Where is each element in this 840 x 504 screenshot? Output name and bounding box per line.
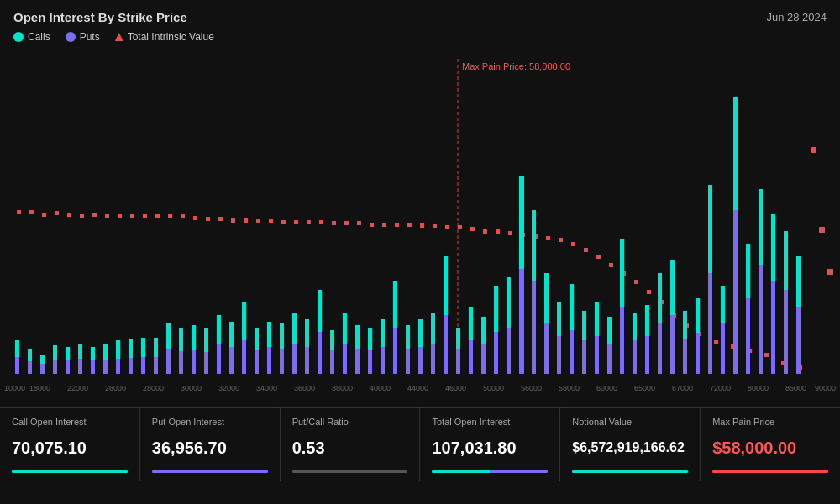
- total-oi-bar: [432, 470, 548, 473]
- svg-rect-151: [544, 323, 549, 374]
- call-oi-bar: [12, 470, 128, 473]
- legend-calls: Calls: [13, 31, 50, 43]
- intrinsic-label: Total Intrinsic Value: [128, 31, 214, 43]
- svg-rect-88: [141, 338, 145, 357]
- svg-rect-185: [759, 265, 763, 374]
- chart-header: Open Interest By Strike Price Jun 28 202…: [0, 0, 840, 29]
- svg-rect-177: [708, 273, 712, 374]
- svg-rect-134: [431, 313, 435, 344]
- svg-rect-30: [357, 221, 361, 225]
- svg-rect-33: [395, 223, 399, 227]
- svg-rect-160: [595, 302, 599, 336]
- svg-rect-157: [582, 340, 586, 374]
- svg-rect-48: [584, 248, 588, 252]
- svg-text:32000: 32000: [218, 384, 239, 392]
- svg-rect-148: [519, 176, 524, 269]
- svg-rect-184: [746, 244, 750, 298]
- svg-rect-155: [570, 330, 574, 374]
- svg-rect-58: [714, 340, 718, 344]
- svg-rect-140: [469, 307, 473, 340]
- svg-rect-87: [141, 357, 145, 374]
- svg-rect-21: [244, 218, 248, 223]
- total-open-interest-item: Total Open Interest 107,031.80: [420, 408, 560, 481]
- svg-rect-89: [154, 357, 158, 374]
- svg-rect-32: [382, 223, 386, 227]
- svg-rect-116: [318, 290, 322, 332]
- svg-rect-94: [179, 328, 183, 351]
- svg-rect-37: [445, 225, 449, 229]
- svg-rect-135: [444, 315, 448, 374]
- svg-rect-46: [559, 238, 563, 242]
- svg-text:30000: 30000: [181, 384, 202, 392]
- svg-rect-65: [819, 227, 825, 233]
- pcr-label: Put/Call Ratio: [292, 417, 408, 427]
- svg-text:65000: 65000: [634, 384, 655, 392]
- put-oi-bar: [152, 470, 268, 473]
- svg-rect-74: [53, 345, 57, 360]
- svg-rect-168: [645, 305, 649, 336]
- svg-rect-16: [181, 214, 185, 218]
- svg-rect-169: [658, 323, 662, 374]
- call-open-interest-item: Call Open Interest 70,075.10: [0, 408, 140, 481]
- svg-rect-91: [166, 349, 171, 374]
- svg-rect-181: [733, 210, 738, 374]
- svg-rect-20: [231, 218, 235, 223]
- svg-rect-95: [192, 350, 196, 374]
- svg-rect-175: [696, 333, 700, 374]
- svg-rect-36: [433, 224, 437, 228]
- svg-rect-6: [55, 211, 59, 215]
- svg-rect-26: [307, 220, 311, 224]
- svg-rect-15: [168, 214, 172, 218]
- svg-rect-173: [683, 339, 687, 374]
- svg-text:46000: 46000: [445, 384, 466, 392]
- svg-text:85000: 85000: [785, 384, 806, 392]
- svg-rect-27: [319, 220, 323, 224]
- svg-rect-180: [721, 286, 725, 323]
- svg-rect-105: [255, 350, 259, 374]
- svg-rect-152: [544, 273, 549, 323]
- svg-rect-154: [557, 302, 561, 336]
- svg-rect-166: [633, 313, 637, 340]
- svg-rect-17: [193, 216, 197, 220]
- puts-dot: [66, 32, 76, 42]
- svg-text:36000: 36000: [294, 384, 315, 392]
- svg-rect-104: [242, 302, 246, 340]
- svg-rect-69: [28, 361, 32, 374]
- svg-text:34000: 34000: [256, 384, 277, 392]
- svg-rect-126: [381, 319, 385, 347]
- legend-puts: Puts: [66, 31, 100, 43]
- svg-rect-109: [280, 349, 284, 374]
- svg-rect-4: [29, 210, 34, 214]
- svg-rect-130: [406, 325, 410, 349]
- svg-text:67000: 67000: [672, 384, 693, 392]
- svg-rect-53: [647, 290, 651, 294]
- svg-rect-119: [343, 344, 347, 374]
- chart-legend: Calls Puts Total Intrinsic Value: [0, 29, 840, 46]
- svg-rect-81: [103, 360, 108, 374]
- notional-label: Notional Value: [572, 417, 688, 427]
- svg-rect-123: [368, 350, 372, 374]
- svg-rect-103: [242, 340, 246, 374]
- call-oi-value: 70,075.10: [12, 438, 128, 458]
- svg-rect-92: [166, 323, 171, 349]
- svg-rect-145: [507, 328, 511, 374]
- footer-stats: Call Open Interest 70,075.10 Put Open In…: [0, 407, 840, 481]
- svg-rect-8: [80, 214, 84, 218]
- svg-rect-38: [458, 225, 462, 229]
- svg-rect-147: [519, 269, 524, 374]
- svg-rect-101: [229, 347, 234, 374]
- svg-rect-11: [118, 214, 122, 218]
- svg-rect-132: [418, 319, 423, 347]
- svg-rect-172: [670, 260, 675, 315]
- svg-rect-188: [771, 214, 775, 281]
- svg-rect-131: [418, 347, 423, 374]
- max-pain-value: $58,000.00: [712, 438, 828, 458]
- svg-rect-13: [143, 214, 147, 218]
- svg-rect-19: [218, 217, 223, 221]
- svg-rect-14: [155, 214, 160, 218]
- svg-rect-142: [481, 317, 486, 344]
- svg-rect-61: [764, 353, 769, 357]
- svg-rect-3: [17, 210, 21, 214]
- svg-rect-40: [483, 229, 487, 234]
- svg-rect-190: [784, 231, 788, 290]
